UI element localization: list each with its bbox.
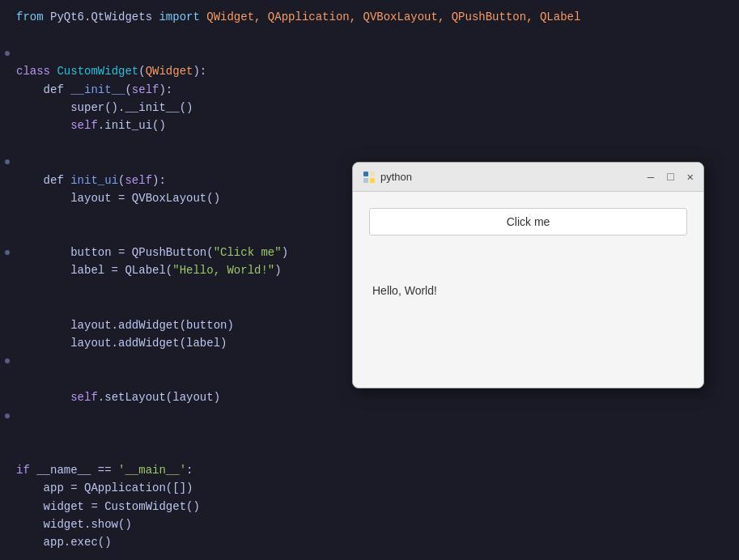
code-line: app.exec() xyxy=(0,533,739,551)
svg-rect-1 xyxy=(370,178,375,183)
code-line: self.init_ui() xyxy=(0,117,739,134)
code-line: self.setLayout(layout) xyxy=(0,388,739,406)
window-title-left: python xyxy=(363,171,412,184)
code-line xyxy=(0,443,739,460)
minimize-button[interactable]: — xyxy=(648,172,654,183)
code-line: widget.show() xyxy=(0,515,739,533)
python-icon xyxy=(363,171,376,184)
code-line: super().__init__() xyxy=(0,99,739,117)
code-line: class CustomWidget(QWidget): xyxy=(0,62,739,80)
window-controls: — □ ✕ xyxy=(648,172,694,183)
code-line xyxy=(0,425,739,443)
window-title: python xyxy=(380,171,412,183)
svg-rect-2 xyxy=(363,178,368,183)
close-button[interactable]: ✕ xyxy=(687,172,694,183)
svg-rect-3 xyxy=(370,172,375,176)
hello-world-label: Hello, World! xyxy=(369,284,687,297)
code-line xyxy=(0,135,739,153)
code-line xyxy=(0,45,739,62)
code-line: app = QApplication([]) xyxy=(0,479,739,497)
window-titlebar: python — □ ✕ xyxy=(353,163,703,192)
code-line: from PyQt6.QtWidgets import QWidget, QAp… xyxy=(0,8,739,26)
python-window: python — □ ✕ Click me Hello, World! xyxy=(352,162,704,388)
code-line xyxy=(0,26,739,44)
code-line: if __name__ == '__main__': xyxy=(0,461,739,479)
window-body: Click me Hello, World! xyxy=(353,192,703,388)
maximize-button[interactable]: □ xyxy=(667,172,673,183)
click-me-button[interactable]: Click me xyxy=(369,208,687,235)
code-line xyxy=(0,407,739,425)
code-line: def __init__(self): xyxy=(0,81,739,99)
code-line: widget = CustomWidget() xyxy=(0,498,739,515)
svg-rect-0 xyxy=(363,172,368,176)
